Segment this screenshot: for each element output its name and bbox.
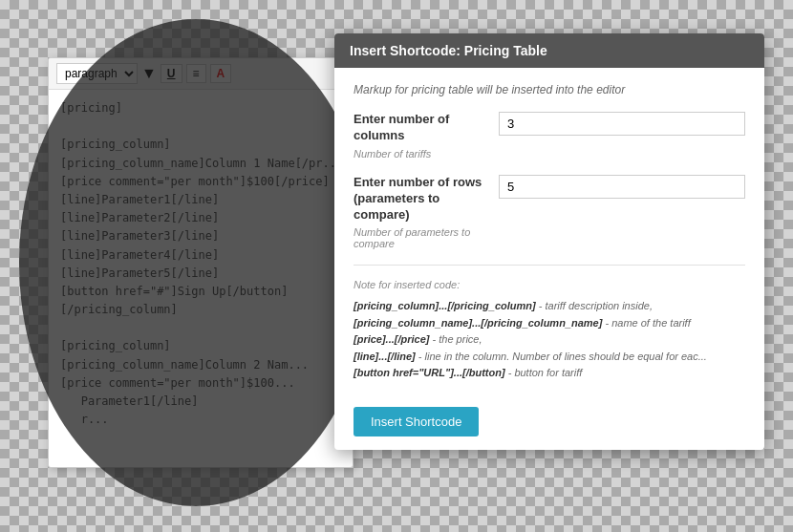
insert-shortcode-button[interactable]: Insert Shortcode (354, 407, 479, 436)
note-item-4: [line]...[/line] - line in the column. N… (354, 349, 745, 366)
code-line: [pricing_column] (60, 337, 341, 355)
rows-label: Enter number of rows (parameters to comp… (354, 175, 487, 223)
editor-content[interactable]: [pricing] [pricing_column] [pricing_colu… (49, 90, 353, 438)
code-line: Parameter1[/line] (60, 393, 341, 411)
modal-body: Markup for pricing table will be inserte… (334, 68, 764, 397)
code-line: [pricing_column_name]Column 2 Nam... (60, 356, 341, 374)
rows-form-group: Enter number of rows (parameters to comp… (354, 175, 745, 250)
modal-header: Insert Shortcode: Pricing Table (334, 33, 764, 68)
editor-toolbar: paragraph ▼ U ≡ A (49, 58, 353, 90)
note-label: Note for inserted code: (354, 277, 745, 294)
columns-hint: Number of tariffs (354, 148, 745, 160)
code-line: [pricing_column] (60, 136, 341, 154)
rows-row: Enter number of rows (parameters to comp… (354, 175, 745, 223)
modal-footer: Insert Shortcode (334, 397, 764, 450)
note-item-2: [pricing_column_name]...[/pricing_column… (354, 315, 745, 332)
code-line: [line]Parameter3[/line] (60, 227, 341, 245)
columns-input[interactable] (499, 112, 745, 136)
code-line: [price comment="per month"]$100[/price] (60, 173, 341, 191)
notes-section: Note for inserted code: [pricing_column]… (354, 277, 745, 382)
note-item-3: [price]...[/price] - the price, (354, 331, 745, 349)
code-line: [pricing] (60, 99, 341, 117)
modal-title: Insert Shortcode: Pricing Table (350, 43, 547, 58)
modal-subtitle: Markup for pricing table will be inserte… (354, 83, 745, 96)
note-item-5: [button href="URL"]...[/button] - button… (354, 365, 745, 382)
code-line: [pricing_column_name]Column 1 Name[/pr..… (60, 155, 341, 173)
paragraph-select[interactable]: paragraph (56, 63, 138, 84)
columns-label: Enter number of columns (354, 112, 487, 144)
rows-input-wrapper (499, 175, 745, 199)
code-line: [button href="#"]Sign Up[/button] (60, 283, 341, 301)
color-button[interactable]: A (210, 64, 232, 83)
note-item-1: [pricing_column]...[/pricing_column] - t… (354, 298, 745, 315)
rows-input[interactable] (499, 175, 745, 199)
underline-button[interactable]: U (161, 64, 182, 83)
columns-input-wrapper (499, 112, 745, 136)
columns-form-group: Enter number of columns Number of tariff… (354, 112, 745, 160)
code-line (60, 117, 341, 136)
code-line: [/pricing_column] (60, 301, 341, 319)
dropdown-arrow-icon: ▼ (141, 65, 157, 82)
columns-row: Enter number of columns (354, 112, 745, 144)
code-line: [line]Parameter4[/line] (60, 246, 341, 265)
editor-panel: paragraph ▼ U ≡ A [pricing] [pricing_col… (48, 57, 354, 468)
modal-dialog: Insert Shortcode: Pricing Table Markup f… (334, 33, 764, 450)
code-line (60, 319, 341, 337)
code-line: r... (60, 411, 341, 429)
code-line: [line]Parameter1[/line] (60, 191, 341, 209)
code-line: [line]Parameter5[/line] (60, 265, 341, 283)
code-line: [line]Parameter2[/line] (60, 209, 341, 227)
rows-hint: Number of parameters to compare (354, 226, 487, 249)
code-line: [price comment="per month"]$100... (60, 374, 341, 393)
divider (354, 265, 745, 266)
align-button[interactable]: ≡ (186, 64, 206, 83)
